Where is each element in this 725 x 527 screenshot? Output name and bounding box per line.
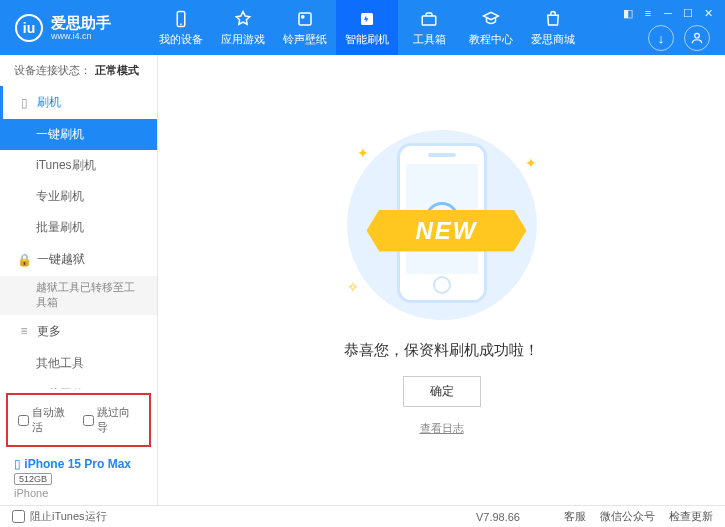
menu-icon[interactable]: ≡	[641, 6, 655, 20]
main-content: ✦ ✦ ✧ ✓ NEW 恭喜您，保资料刷机成功啦！ 确定 查看日志	[158, 55, 725, 505]
nav-ringtone-wallpaper[interactable]: 铃声壁纸	[274, 0, 336, 55]
toolbox-icon	[419, 9, 439, 29]
skin-icon[interactable]: ◧	[621, 6, 635, 20]
connection-status: 设备连接状态： 正常模式	[0, 55, 157, 86]
flash-icon	[357, 9, 377, 29]
svg-rect-2	[299, 13, 311, 25]
skip-guide-checkbox[interactable]: 跳过向导	[83, 405, 140, 435]
sidebar: 设备连接状态： 正常模式 ▯ 刷机 一键刷机 iTunes刷机 专业刷机 批量刷…	[0, 55, 158, 505]
footer-support[interactable]: 客服	[564, 509, 586, 524]
sidebar-group-flash[interactable]: ▯ 刷机	[0, 86, 157, 119]
logo-icon: iu	[15, 14, 43, 42]
footer-wechat[interactable]: 微信公众号	[600, 509, 655, 524]
footer: 阻止iTunes运行 V7.98.66 客服 微信公众号 检查更新	[0, 505, 725, 527]
view-log-link[interactable]: 查看日志	[420, 421, 464, 436]
close-icon[interactable]: ✕	[701, 6, 715, 20]
block-itunes-checkbox[interactable]: 阻止iTunes运行	[12, 509, 107, 524]
sidebar-group-more[interactable]: ≡ 更多	[0, 315, 157, 348]
tutorial-icon	[481, 9, 501, 29]
nav-apps-games[interactable]: 应用游戏	[212, 0, 274, 55]
logo-area: iu 爱思助手 www.i4.cn	[0, 14, 150, 42]
wallpaper-icon	[295, 9, 315, 29]
sidebar-item-onekey-flash[interactable]: 一键刷机	[0, 119, 157, 150]
nav-toolbox[interactable]: 工具箱	[398, 0, 460, 55]
svg-rect-5	[422, 16, 436, 25]
phone-icon: ▯	[17, 96, 31, 110]
app-url: www.i4.cn	[51, 32, 111, 41]
user-button[interactable]	[684, 25, 710, 51]
nav-store[interactable]: 爱思商城	[522, 0, 584, 55]
minimize-icon[interactable]: ─	[661, 6, 675, 20]
sidebar-item-other-tools[interactable]: 其他工具	[0, 348, 157, 379]
nav-smart-flash[interactable]: 智能刷机	[336, 0, 398, 55]
svg-point-6	[695, 33, 700, 38]
sidebar-item-download-firmware[interactable]: 下载固件	[0, 379, 157, 389]
more-icon: ≡	[17, 324, 31, 338]
download-button[interactable]: ↓	[648, 25, 674, 51]
device-icon	[171, 9, 191, 29]
nav-tutorial[interactable]: 教程中心	[460, 0, 522, 55]
sidebar-jailbreak-note: 越狱工具已转移至工具箱	[0, 276, 157, 315]
checkbox-highlight-box: 自动激活 跳过向导	[6, 393, 151, 447]
auto-activate-checkbox[interactable]: 自动激活	[18, 405, 75, 435]
nav-my-device[interactable]: 我的设备	[150, 0, 212, 55]
storage-badge: 512GB	[14, 473, 52, 485]
ok-button[interactable]: 确定	[403, 376, 481, 407]
success-illustration: ✦ ✦ ✧ ✓ NEW	[337, 125, 547, 325]
maximize-icon[interactable]: ☐	[681, 6, 695, 20]
store-icon	[543, 9, 563, 29]
sidebar-item-itunes-flash[interactable]: iTunes刷机	[0, 150, 157, 181]
device-info[interactable]: ▯ iPhone 15 Pro Max 512GB iPhone	[0, 451, 157, 505]
app-name: 爱思助手	[51, 15, 111, 30]
sidebar-group-jailbreak[interactable]: 🔒 一键越狱	[0, 243, 157, 276]
version-label: V7.98.66	[476, 511, 520, 523]
sidebar-item-pro-flash[interactable]: 专业刷机	[0, 181, 157, 212]
app-icon	[233, 9, 253, 29]
sidebar-item-batch-flash[interactable]: 批量刷机	[0, 212, 157, 243]
lock-icon: 🔒	[17, 253, 31, 267]
footer-check-update[interactable]: 检查更新	[669, 509, 713, 524]
svg-point-3	[302, 15, 304, 17]
success-message: 恭喜您，保资料刷机成功啦！	[344, 341, 539, 360]
new-ribbon: NEW	[367, 210, 527, 252]
window-controls: ◧ ≡ ─ ☐ ✕	[621, 6, 715, 20]
